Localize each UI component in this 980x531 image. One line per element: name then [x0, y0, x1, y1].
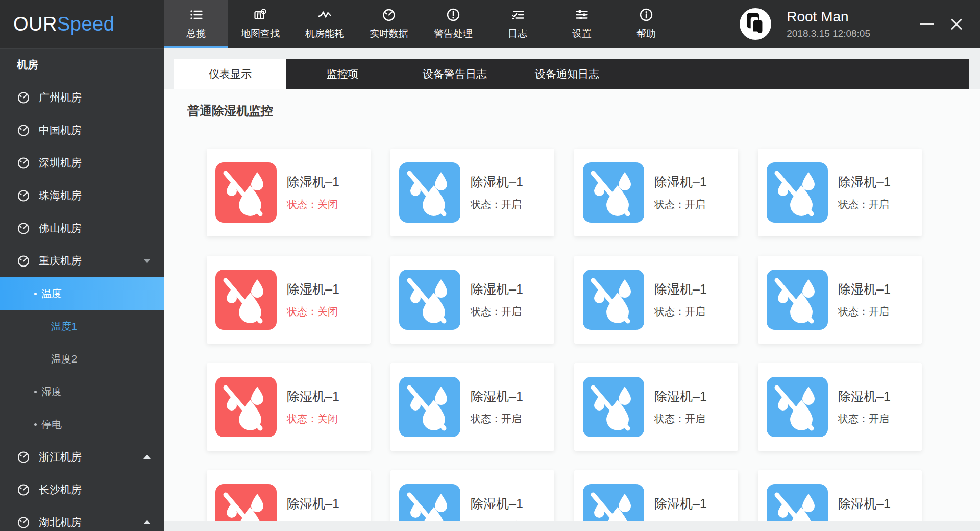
device-name: 除湿机–1: [654, 495, 707, 512]
sidebar-subitem-temperature[interactable]: 温度: [0, 277, 164, 310]
device-name: 除湿机–1: [654, 174, 707, 190]
sidebar-subitem-temperature2[interactable]: 温度2: [0, 343, 164, 375]
device-card[interactable]: 除湿机–1 状态：关闭: [207, 149, 371, 236]
nav-realtime-data[interactable]: 实时数据: [357, 0, 421, 48]
sidebar-item-label: 中国机房: [39, 123, 82, 137]
sidebar-item-hubei[interactable]: 湖北机房: [0, 506, 164, 531]
device-card[interactable]: 除湿机–1 状态：开启: [574, 470, 738, 521]
brand-accent: Speed: [57, 13, 114, 35]
alert-circle-icon: [446, 8, 460, 22]
nav-alert-handling[interactable]: 警告处理: [421, 0, 485, 48]
tab-label: 监控项: [327, 67, 359, 81]
user-meta: Root Man 2018.3.15 12:08:05: [787, 9, 870, 39]
sidebar-subitem-temperature1[interactable]: 温度1: [0, 310, 164, 343]
nav-label: 帮助: [636, 27, 656, 40]
tab-monitor-items[interactable]: 监控项: [286, 59, 399, 89]
device-card[interactable]: 除湿机–1 状态：开启: [758, 363, 922, 451]
device-status: 状态：开启: [471, 519, 523, 521]
close-button[interactable]: [946, 14, 967, 34]
device-card[interactable]: 除湿机–1 状态：关闭: [207, 256, 371, 344]
device-card[interactable]: 除湿机–1 状态：开启: [574, 363, 738, 451]
nav-overview[interactable]: 总揽: [164, 0, 228, 48]
nav-room-energy[interactable]: 机房能耗: [292, 0, 357, 48]
device-name: 除湿机–1: [654, 388, 707, 405]
avatar[interactable]: [740, 8, 771, 40]
device-name: 除湿机–1: [654, 281, 707, 298]
minimize-button[interactable]: [917, 14, 937, 34]
dehumidifier-icon: [399, 484, 460, 521]
bullet-icon: [34, 293, 37, 295]
dehumidifier-icon: [399, 162, 460, 223]
list-icon: [189, 8, 203, 22]
brand-primary: OUR: [13, 13, 57, 35]
window-controls-divider: [895, 10, 895, 38]
sidebar-subitem-label: 停电: [41, 418, 62, 431]
device-card[interactable]: 除湿机–1 状态：开启: [390, 363, 554, 451]
sidebar-subitem-label: 温度2: [51, 352, 77, 366]
tab-device-alert-log[interactable]: 设备警告日志: [399, 59, 511, 89]
nav-map-search[interactable]: 地图查找: [228, 0, 292, 48]
device-name: 除湿机–1: [287, 174, 339, 190]
device-card[interactable]: 除湿机–1 状态：开启: [758, 256, 922, 344]
sidebar-item-foshan[interactable]: 佛山机房: [0, 212, 164, 245]
sidebar-item-zhuhai[interactable]: 珠海机房: [0, 179, 164, 212]
device-card[interactable]: 除湿机–1 状态：开启: [574, 149, 738, 236]
gauge-icon: [17, 483, 30, 496]
sidebar-item-label: 深圳机房: [39, 156, 82, 170]
sidebar-item-zhongguo[interactable]: 中国机房: [0, 114, 164, 147]
sidebar-item-zhejiang[interactable]: 浙江机房: [0, 441, 164, 473]
dehumidifier-icon: [399, 270, 460, 330]
device-name: 除湿机–1: [838, 388, 891, 405]
device-card[interactable]: 除湿机–1 状态：关闭: [207, 470, 371, 521]
device-card[interactable]: 除湿机–1 状态：开启: [390, 256, 554, 344]
device-status: 状态：关闭: [287, 198, 339, 211]
nav-help[interactable]: 帮助: [614, 0, 678, 48]
device-status: 状态：开启: [471, 198, 523, 211]
device-name: 除湿机–1: [471, 281, 523, 298]
tab-gauge-display[interactable]: 仪表显示: [174, 59, 286, 89]
dehumidifier-icon: [767, 270, 828, 330]
sidebar-item-chongqing[interactable]: 重庆机房: [0, 245, 164, 277]
map-pin-icon: [253, 8, 267, 22]
device-name: 除湿机–1: [471, 388, 523, 405]
dehumidifier-icon: [583, 377, 644, 437]
device-card[interactable]: 除湿机–1 状态：关闭: [207, 363, 371, 451]
sidebar-subitem-label: 温度1: [51, 320, 77, 333]
device-status: 状态：开启: [838, 305, 891, 319]
gauge-icon: [17, 516, 30, 529]
device-card[interactable]: 除湿机–1 状态：开启: [758, 149, 922, 236]
device-name: 除湿机–1: [838, 281, 891, 298]
sidebar-item-changsha[interactable]: 长沙机房: [0, 473, 164, 506]
user-datetime: 2018.3.15 12:08:05: [787, 28, 870, 39]
device-status: 状态：关闭: [287, 412, 339, 426]
device-card[interactable]: 除湿机–1 状态：开启: [390, 470, 554, 521]
device-card[interactable]: 除湿机–1 状态：开启: [758, 470, 922, 521]
nav-label: 日志: [508, 27, 527, 40]
energy-line-icon: [317, 8, 332, 22]
tab-label: 仪表显示: [209, 67, 252, 81]
nav-logs[interactable]: 日志: [485, 0, 550, 48]
device-name: 除湿机–1: [287, 281, 339, 298]
top-bar: OURSpeed 总揽 地图查找 机房能耗: [0, 0, 980, 48]
sidebar-subitem-power-outage[interactable]: 停电: [0, 408, 164, 441]
nav-settings[interactable]: 设置: [550, 0, 614, 48]
device-name: 除湿机–1: [287, 495, 339, 512]
sidebar-item-shenzhen[interactable]: 深圳机房: [0, 147, 164, 179]
sidebar: 机房 广州机房 中国机房 深圳机房 珠海机房 佛山机房 重庆机房 温度 温度1 …: [0, 48, 164, 531]
sidebar-item-label: 湖北机房: [39, 515, 82, 529]
device-name: 除湿机–1: [471, 495, 523, 512]
tab-device-notice-log[interactable]: 设备通知日志: [511, 59, 623, 89]
device-card[interactable]: 除湿机–1 状态：开启: [390, 149, 554, 236]
device-card[interactable]: 除湿机–1 状态：开启: [574, 256, 738, 344]
sidebar-item-guangzhou[interactable]: 广州机房: [0, 81, 164, 114]
minimize-icon: [920, 23, 934, 25]
section-title: 普通除湿机监控: [164, 89, 980, 119]
chevron-up-icon: [143, 455, 151, 459]
gauge-icon: [17, 91, 30, 104]
sidebar-item-label: 长沙机房: [39, 482, 82, 497]
device-name: 除湿机–1: [287, 388, 339, 405]
sidebar-subitem-humidity[interactable]: 湿度: [0, 375, 164, 408]
sidebar-item-label: 重庆机房: [39, 254, 82, 268]
sidebar-item-label: 浙江机房: [39, 450, 82, 464]
dehumidifier-icon: [583, 162, 644, 223]
